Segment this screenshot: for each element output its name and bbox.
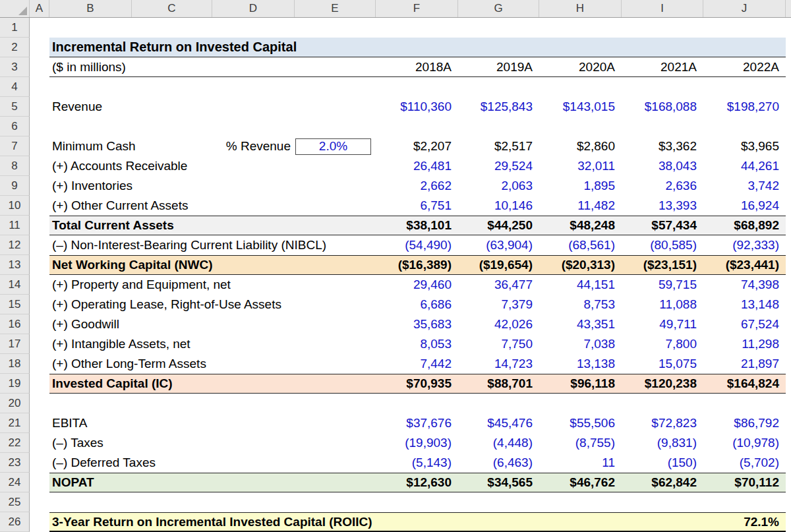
cell-value[interactable]: 11,298	[703, 337, 786, 351]
cell-value[interactable]: $55,506	[539, 416, 622, 430]
cell-value[interactable]: $143,015	[539, 100, 622, 114]
cell-value[interactable]: 2,662	[376, 179, 458, 193]
row-header-13[interactable]: 13	[0, 255, 30, 275]
cell-value[interactable]: 7,038	[539, 337, 622, 351]
cell-value[interactable]: $38,101	[376, 218, 458, 233]
row-header-4[interactable]: 4	[0, 77, 30, 97]
cell-value[interactable]: (54,490)	[376, 238, 458, 252]
cell-value[interactable]: $2,860	[539, 139, 622, 154]
row-header-16[interactable]: 16	[0, 314, 30, 334]
cell-value[interactable]: 29,524	[458, 159, 539, 173]
cell-value[interactable]: 10,146	[458, 198, 539, 213]
row-header-5[interactable]: 5	[0, 97, 30, 117]
row-header-2[interactable]: 2	[0, 38, 30, 57]
cell-value[interactable]: 2,063	[458, 179, 539, 193]
cell-value[interactable]: $72,823	[622, 416, 703, 430]
cell-value[interactable]: $2,517	[458, 139, 539, 154]
row-label[interactable]: (+) Goodwill	[49, 317, 295, 332]
cell-value[interactable]: $48,248	[539, 218, 622, 233]
cell-value[interactable]: (4,448)	[458, 436, 539, 450]
year-header[interactable]: 2018A	[376, 60, 458, 74]
row-label[interactable]: (+) Other Long-Term Assets	[49, 357, 295, 371]
column-header-c[interactable]: C	[132, 0, 212, 17]
cell-value[interactable]: $57,434	[622, 218, 703, 233]
row-label[interactable]: Revenue	[49, 100, 295, 114]
cell-value[interactable]: $110,360	[376, 100, 458, 114]
row-label[interactable]: (+) Other Current Assets	[49, 198, 295, 213]
cell-value[interactable]: 7,800	[622, 337, 703, 351]
row-header-7[interactable]: 7	[0, 136, 30, 156]
cell-value[interactable]: (8,755)	[539, 436, 622, 450]
year-header[interactable]: 2022A	[703, 60, 786, 74]
cell-value[interactable]: $70,935	[376, 376, 458, 391]
cell-value[interactable]: $46,762	[539, 475, 622, 490]
cell-value[interactable]: $70,112	[703, 475, 786, 490]
row-header-12[interactable]: 12	[0, 235, 30, 255]
row-label[interactable]: (+) Operating Lease, Right-of-Use Assets	[49, 297, 295, 312]
column-header-g[interactable]: G	[458, 0, 539, 17]
cell-value[interactable]: (10,978)	[703, 436, 786, 450]
cell-value[interactable]: $62,842	[622, 475, 703, 490]
cell-value[interactable]: 7,750	[458, 337, 539, 351]
cell-value[interactable]: 35,683	[376, 317, 458, 332]
row-label[interactable]: EBITA	[49, 416, 295, 430]
cell-value[interactable]: 8,053	[376, 337, 458, 351]
cell-value[interactable]: $88,701	[458, 376, 539, 391]
pct-revenue-label[interactable]: % Revenue	[212, 139, 295, 154]
cell-value[interactable]: $198,270	[703, 100, 786, 114]
cell-value[interactable]: $125,843	[458, 100, 539, 114]
select-all-corner[interactable]	[0, 0, 30, 17]
row-header-9[interactable]: 9	[0, 176, 30, 196]
cell-value[interactable]: (92,333)	[703, 238, 786, 252]
cell-value[interactable]: 6,751	[376, 198, 458, 213]
row-label[interactable]: (+) Inventories	[49, 179, 295, 193]
cell-value[interactable]: 32,011	[539, 159, 622, 173]
cell-value[interactable]: 44,151	[539, 278, 622, 292]
cell-value[interactable]: $120,238	[622, 376, 703, 391]
cell-value[interactable]: $3,965	[703, 139, 786, 154]
row-header-21[interactable]: 21	[0, 413, 30, 433]
row-header-25[interactable]: 25	[0, 492, 30, 512]
row-header-19[interactable]: 19	[0, 374, 30, 394]
row-label[interactable]: (+) Intangible Assets, net	[49, 337, 295, 351]
cell-value[interactable]: (68,561)	[539, 238, 622, 252]
cell-value[interactable]: 43,351	[539, 317, 622, 332]
roiic-value[interactable]: 72.1%	[703, 515, 786, 529]
cell-value[interactable]: (19,903)	[376, 436, 458, 450]
row-label[interactable]: (–) Non-Interest-Bearing Current Liabili…	[49, 238, 295, 252]
row-header-3[interactable]: 3	[0, 57, 30, 77]
column-header-a[interactable]: A	[30, 0, 49, 17]
column-header-f[interactable]: F	[376, 0, 458, 17]
cell-value[interactable]: 11	[539, 456, 622, 470]
cell-value[interactable]: 11,088	[622, 297, 703, 312]
row-header-11[interactable]: 11	[0, 216, 30, 235]
year-header[interactable]: 2020A	[539, 60, 622, 74]
cell-value[interactable]: (5,143)	[376, 456, 458, 470]
cell-value[interactable]: (80,585)	[622, 238, 703, 252]
cell-value[interactable]: $34,565	[458, 475, 539, 490]
row-header-22[interactable]: 22	[0, 433, 30, 453]
cell-value[interactable]: ($19,654)	[458, 258, 539, 272]
row-label[interactable]: (–) Deferred Taxes	[49, 456, 295, 470]
column-header-d[interactable]: D	[212, 0, 295, 17]
cell-value[interactable]: (9,831)	[622, 436, 703, 450]
cell-value[interactable]: $168,088	[622, 100, 703, 114]
row-header-15[interactable]: 15	[0, 295, 30, 314]
cell-value[interactable]: 13,148	[703, 297, 786, 312]
year-header[interactable]: 2019A	[458, 60, 539, 74]
row-header-10[interactable]: 10	[0, 196, 30, 216]
cell-value[interactable]: 74,398	[703, 278, 786, 292]
cell-value[interactable]: 14,723	[458, 357, 539, 371]
cell-value[interactable]: 29,460	[376, 278, 458, 292]
cell-value[interactable]: $96,118	[539, 376, 622, 391]
cell-value[interactable]: 44,261	[703, 159, 786, 173]
cell-value[interactable]: $37,676	[376, 416, 458, 430]
roiic-label[interactable]: 3-Year Return on Incremental Invested Ca…	[49, 515, 703, 529]
title-cell[interactable]: Incremental Return on Invested Capital	[49, 38, 786, 57]
cell-value[interactable]: 59,715	[622, 278, 703, 292]
cell-value[interactable]: 26,481	[376, 159, 458, 173]
cell-value[interactable]: 15,075	[622, 357, 703, 371]
cell-value[interactable]: $68,892	[703, 218, 786, 233]
row-label[interactable]: Invested Capital (IC)	[49, 376, 295, 391]
row-label[interactable]: Net Working Capital (NWC)	[49, 258, 295, 272]
